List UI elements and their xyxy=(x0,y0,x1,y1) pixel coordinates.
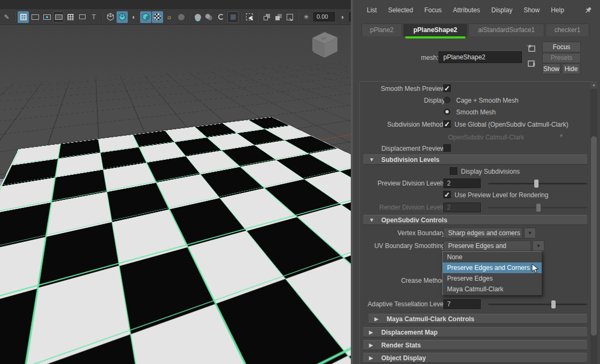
dropdown-option-preserve-edges-and-corners[interactable]: Preserve Edges and Corners xyxy=(443,262,542,273)
toolbar-separator xyxy=(102,13,103,21)
uv-boundary-combo[interactable]: Preserve Edges and Corners xyxy=(443,241,531,251)
uv-boundary-combo-arrow-icon[interactable]: ▼ xyxy=(533,241,544,251)
scrollbar[interactable]: ▲ xyxy=(590,81,597,364)
tab-pplaneshape2[interactable]: pPlaneShape2 xyxy=(403,24,467,36)
toolbar-separator xyxy=(241,13,242,21)
grid-icon[interactable] xyxy=(18,11,29,23)
focus-button[interactable]: Focus xyxy=(542,42,581,52)
checkered-sphere-icon[interactable] xyxy=(152,11,163,23)
adaptive-tessellation-field[interactable]: 7 xyxy=(443,299,481,309)
use-global-checkbox-label: Use Global (OpenSubdiv Catmull-Clark) xyxy=(455,121,568,128)
safe-action-icon[interactable] xyxy=(76,11,88,23)
chevron-right-icon: ▶ xyxy=(374,314,379,324)
menu-show[interactable]: Show xyxy=(524,6,540,14)
wireframe-cube-icon[interactable] xyxy=(105,11,116,23)
arc-icon[interactable] xyxy=(216,11,227,23)
dropdown-option-none[interactable]: None xyxy=(443,252,542,262)
displacement-preview-label: Displacement Preview xyxy=(381,145,445,152)
attribute-editor-menubar: List Selected Focus Attributes Display S… xyxy=(353,0,600,20)
field-chart-icon[interactable] xyxy=(65,11,76,23)
viewport-toolbar: ✎ T ◐ ☼ ✳ 0.00 xyxy=(0,9,351,25)
render-division-levels-label: Render Division Levels xyxy=(379,204,445,211)
smooth-mesh-preview-label: Smooth Mesh Preview xyxy=(381,85,445,92)
use-preview-level-label: Use Preview Level for Rendering xyxy=(455,191,548,199)
overlap-squares-filled-icon[interactable] xyxy=(272,11,283,23)
show-button[interactable]: Show xyxy=(542,64,560,74)
menu-focus[interactable]: Focus xyxy=(424,6,442,14)
double-sphere-icon[interactable] xyxy=(204,11,215,23)
tab-aistandardsurface1[interactable]: aiStandardSurface1 xyxy=(468,24,544,36)
input-connections-icon[interactable] xyxy=(526,44,537,53)
view-cube[interactable]: top xyxy=(308,30,341,61)
preview-division-levels-field[interactable]: 2 xyxy=(443,179,481,188)
section-object-display[interactable]: ▶ Object Display xyxy=(363,353,587,363)
smooth-mesh-radio[interactable] xyxy=(444,109,450,115)
section-subdivision-levels[interactable]: ▼ Subdivision Levels xyxy=(363,154,587,165)
gate-mask-icon[interactable] xyxy=(53,11,64,23)
adaptive-tessellation-slider[interactable] xyxy=(488,299,587,309)
toolbar-separator xyxy=(257,13,258,21)
glow-sphere-icon[interactable] xyxy=(192,11,203,23)
vertex-boundary-combo[interactable]: Sharp edges and corners xyxy=(443,228,522,238)
display-label: Display xyxy=(424,97,445,104)
menu-list[interactable]: List xyxy=(367,6,377,14)
preview-division-levels-label: Preview Division Levels xyxy=(378,180,445,187)
checker-plane-mesh xyxy=(0,117,351,364)
display-subdivisions-checkbox[interactable] xyxy=(450,167,457,175)
shaded-cube-icon[interactable] xyxy=(117,11,128,23)
section-render-stats[interactable]: ▶ Render Stats xyxy=(363,340,587,350)
presets-button[interactable]: Presets xyxy=(542,53,581,63)
section-displacement-map[interactable]: ▶ Displacement Map xyxy=(363,327,587,337)
menu-help[interactable]: Help xyxy=(551,6,564,14)
attributes-scroll-area: Smooth Mesh Preview ✓ Display Cage + Smo… xyxy=(359,81,590,364)
pin-icon[interactable] xyxy=(584,6,593,14)
menu-display[interactable]: Display xyxy=(491,6,512,14)
use-preview-level-checkbox[interactable]: ✓ xyxy=(443,191,451,198)
textured-cube-icon[interactable] xyxy=(140,11,151,23)
scrollbar-thumb[interactable] xyxy=(591,136,597,336)
viewport-scene[interactable]: top xyxy=(0,26,351,364)
use-global-checkbox[interactable]: ✓ xyxy=(443,120,451,128)
aperture-icon[interactable]: ✳ xyxy=(301,11,312,23)
preview-division-levels-slider[interactable] xyxy=(488,179,587,188)
tab-checker1[interactable]: checker1 xyxy=(545,24,589,36)
menu-selected[interactable]: Selected xyxy=(388,6,413,14)
smooth-mesh-preview-checkbox[interactable]: ✓ xyxy=(443,84,451,92)
exposure-field[interactable]: 0.00 xyxy=(313,12,335,21)
film-gate-icon[interactable] xyxy=(29,11,41,23)
pencil-icon[interactable]: ✎ xyxy=(1,11,12,23)
light-bulb-icon[interactable]: ☼ xyxy=(164,11,175,23)
mesh-label: mesh: xyxy=(421,54,439,61)
section-opensubdiv-controls[interactable]: ▼ OpenSubdiv Controls xyxy=(363,215,587,225)
section-maya-catmull-clark-controls[interactable]: ▶ Maya Catmull-Clark Controls xyxy=(368,314,587,324)
chevron-down-icon: ▼ xyxy=(369,215,374,225)
dropdown-option-maya-catmull-clark[interactable]: Maya Catmull-Clark xyxy=(443,284,542,295)
displacement-preview-checkbox[interactable] xyxy=(443,144,451,152)
dropdown-option-preserve-edges[interactable]: Preserve Edges xyxy=(443,273,542,284)
dark-square-icon[interactable] xyxy=(227,11,239,23)
opensubdiv-method-combo[interactable]: OpenSubdiv Catmull-Clark xyxy=(443,132,550,143)
square-arrow-icon[interactable] xyxy=(284,11,295,23)
output-connections-icon[interactable] xyxy=(526,59,537,68)
viewport-panel[interactable]: ✎ T ◐ ☼ ✳ 0.00 xyxy=(0,0,351,364)
vertex-boundary-combo-arrow-icon[interactable]: ▼ xyxy=(524,228,536,238)
shadow-sphere-icon[interactable] xyxy=(175,11,187,23)
overlap-squares-icon[interactable] xyxy=(260,11,272,23)
marquee-cursor-icon[interactable] xyxy=(244,11,255,23)
cage-smooth-mesh-radio[interactable] xyxy=(444,97,450,103)
display-subdivisions-label: Display Subdivisions xyxy=(461,168,520,175)
cage-smooth-mesh-radio-label: Cage + Smooth Mesh xyxy=(456,97,518,104)
hide-button[interactable]: Hide xyxy=(562,64,580,74)
toolbar-separator xyxy=(189,13,190,21)
menu-attributes[interactable]: Attributes xyxy=(453,6,480,14)
safe-title-icon[interactable]: T xyxy=(88,11,99,23)
resolution-gate-icon[interactable] xyxy=(41,11,52,23)
mouse-cursor-icon xyxy=(531,264,540,274)
chevron-right-icon: ▶ xyxy=(369,328,373,337)
mesh-name-field[interactable]: pPlaneShape2 xyxy=(439,51,522,63)
half-sphere-icon[interactable]: ◐ xyxy=(128,11,140,23)
tab-pplane2[interactable]: pPlane2 xyxy=(361,24,402,36)
scrollbar-up-arrow-icon[interactable]: ▲ xyxy=(590,81,597,89)
subdivision-method-label: Subdivision Method: xyxy=(387,121,445,128)
half-circle-icon[interactable]: ◑ xyxy=(336,11,348,23)
